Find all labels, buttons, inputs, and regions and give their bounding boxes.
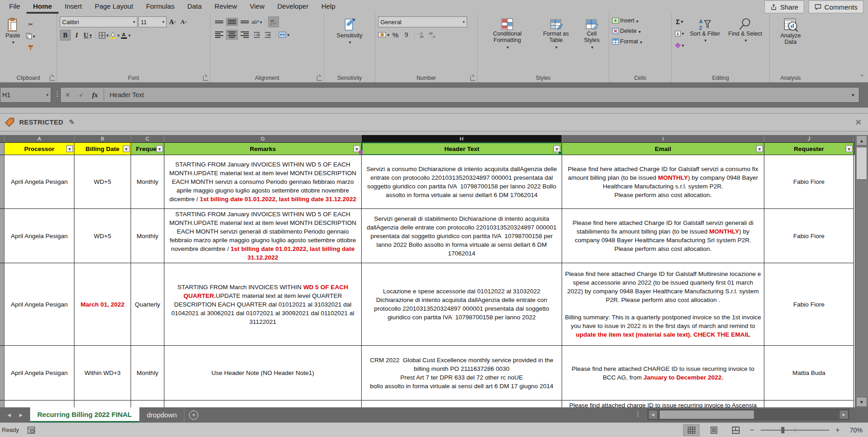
cell-billing-date[interactable]: WD+5 — [74, 209, 131, 263]
menu-tab-developer[interactable]: Developer — [271, 0, 315, 14]
delete-cells-button[interactable]: Delete — [612, 27, 668, 35]
share-button[interactable]: Share — [764, 0, 804, 13]
shrink-font-icon[interactable]: A˅ — [179, 17, 189, 27]
filter-button[interactable] — [846, 146, 852, 152]
menu-tab-review[interactable]: Review — [208, 0, 243, 14]
cell-requester[interactable] — [764, 401, 854, 407]
bold-button[interactable]: B — [60, 30, 71, 41]
align-left-icon[interactable] — [213, 30, 225, 40]
font-dialog-launcher[interactable] — [203, 76, 208, 81]
format-painter-icon[interactable] — [26, 43, 36, 53]
column-header-email[interactable]: Email — [562, 142, 764, 155]
alignment-dialog-launcher[interactable] — [317, 76, 322, 81]
wrap-text-button[interactable]: abc — [268, 16, 279, 27]
column-letter-C[interactable]: C — [131, 135, 164, 142]
row-sliver[interactable] — [0, 155, 5, 209]
comma-style-icon[interactable]: 9 — [401, 30, 411, 40]
column-letter-H[interactable]: H — [362, 135, 562, 142]
column-letter-J[interactable]: J — [764, 135, 854, 142]
menu-tab-data[interactable]: Data — [181, 0, 208, 14]
row-sliver[interactable] — [0, 263, 5, 346]
menu-tab-home[interactable]: Home — [26, 0, 58, 14]
column-header-processor[interactable]: Processor — [5, 142, 74, 155]
accounting-format-icon[interactable] — [378, 30, 389, 40]
column-header-requester[interactable]: Requester — [764, 142, 854, 155]
paste-dropdown-icon[interactable] — [11, 39, 14, 45]
conditional-formatting-button[interactable]: Conditional Formatting — [480, 16, 534, 73]
orientation-icon[interactable]: ab — [252, 17, 262, 27]
clipboard-dialog-launcher[interactable] — [50, 76, 55, 81]
zoom-level[interactable]: 70% — [846, 427, 863, 434]
normal-view-icon[interactable] — [683, 424, 700, 436]
horizontal-scrollbar[interactable]: ◄ ► — [647, 409, 849, 420]
cell-remarks[interactable]: STARTING FROM March INVOICES WITHIN WD 5… — [164, 263, 362, 346]
scroll-down-icon[interactable]: ▼ — [856, 397, 867, 407]
comments-button[interactable]: Comments — [809, 0, 863, 13]
column-header-remarks[interactable]: Remarks — [164, 142, 362, 155]
macro-record-icon[interactable] — [27, 427, 35, 434]
column-letter-G[interactable]: G — [164, 135, 362, 142]
row-sliver[interactable] — [0, 401, 5, 407]
font-name-combo[interactable]: Calibri▾ — [60, 16, 137, 27]
sheet-tab-recurring-billing-2022-final[interactable]: Recurring Billing 2022 FINAL — [30, 407, 140, 422]
prev-sheet-icon[interactable]: ◄ — [6, 412, 12, 418]
format-cells-button[interactable]: Format — [612, 37, 668, 46]
cell-email[interactable]: Please find attached charge ID to issue … — [562, 401, 764, 407]
page-layout-view-icon[interactable] — [706, 425, 721, 436]
cell-billing-date[interactable]: Within WD+3 — [74, 346, 131, 401]
cell-remarks[interactable]: STARTING FROM January INVOICES WITHIN WD… — [164, 209, 362, 263]
cell-frequency[interactable] — [131, 401, 164, 407]
confirm-entry-icon[interactable]: ✓ — [74, 91, 88, 99]
decrease-decimal-icon[interactable]: .00→0 — [428, 30, 438, 40]
cell-requester[interactable]: Fabio Fiore — [764, 209, 854, 263]
expand-formula-bar-icon[interactable]: ▾ — [852, 92, 859, 98]
cell-frequency[interactable]: Monthly — [131, 209, 164, 263]
filter-button[interactable] — [123, 146, 130, 152]
underline-button[interactable]: U — [83, 30, 93, 40]
column-letter-B[interactable]: B — [74, 135, 131, 142]
zoom-slider-thumb[interactable] — [781, 427, 784, 433]
fill-down-icon[interactable] — [674, 28, 684, 38]
menu-tab-help[interactable]: Help — [315, 0, 342, 14]
scroll-up-icon[interactable]: ▲ — [856, 135, 867, 146]
column-header-billing-date[interactable]: Billing Date — [74, 142, 131, 155]
vertical-scrollbar[interactable]: ▲ ▼ — [855, 135, 868, 407]
cell-processor[interactable] — [5, 401, 74, 407]
cell-header-text[interactable]: Servizi generali di stabilimento Dichiar… — [362, 209, 562, 263]
column-header-frequer[interactable]: Frequer — [131, 142, 164, 155]
cell-frequency[interactable]: Quarterly — [131, 263, 164, 346]
align-right-icon[interactable] — [239, 30, 251, 40]
name-box-dropdown-icon[interactable]: ▾ — [46, 93, 51, 97]
new-sheet-button[interactable]: + — [184, 407, 203, 422]
menu-tab-insert[interactable]: Insert — [58, 0, 89, 14]
cell-billing-date[interactable]: March 01, 2022 — [74, 263, 131, 346]
cell-remarks[interactable]: Use Header Note (NO Header Note1) — [164, 346, 362, 401]
merge-center-icon[interactable] — [279, 30, 289, 40]
clear-icon[interactable] — [674, 40, 684, 50]
align-middle-icon[interactable] — [226, 18, 238, 26]
cell-requester[interactable]: Mattia Buda — [764, 346, 854, 401]
row-header-sliver[interactable] — [0, 135, 5, 142]
sort-filter-dropdown-icon[interactable] — [703, 37, 706, 43]
cell-processor[interactable]: April Angela Pesigan — [5, 209, 74, 263]
formula-bar-input[interactable]: Header Text — [106, 91, 852, 99]
menu-tab-formulas[interactable]: Formulas — [140, 0, 181, 14]
name-box[interactable]: H1 ▾ — [0, 87, 51, 103]
find-select-button[interactable]: Find & Select — [726, 16, 765, 73]
sheet-tab-dropdown[interactable]: dropdown — [140, 407, 185, 422]
sensitivity-dropdown-icon[interactable] — [348, 39, 351, 45]
font-color-icon[interactable]: A — [121, 30, 131, 40]
analyze-data-button[interactable]: Analyze Data — [773, 16, 809, 47]
cell-remarks[interactable]: STARTING FROM January INVOICES WITHIN WD… — [164, 155, 362, 209]
number-format-combo[interactable]: General▾ — [378, 16, 467, 27]
column-header-header-text[interactable]: Header Text — [362, 142, 562, 155]
copy-icon[interactable] — [26, 31, 36, 41]
cancel-entry-icon[interactable]: ✕ — [61, 91, 74, 99]
grow-font-icon[interactable]: A˄ — [168, 17, 178, 27]
cell-frequency[interactable]: Monthly — [131, 155, 164, 209]
cell-header-text[interactable] — [362, 401, 562, 407]
paste-button[interactable]: Paste — [3, 16, 23, 53]
scroll-left-icon[interactable]: ◄ — [649, 411, 657, 419]
column-letter-I[interactable]: I — [562, 135, 764, 142]
sort-filter-button[interactable]: AZ Sort & Filter — [687, 16, 723, 73]
